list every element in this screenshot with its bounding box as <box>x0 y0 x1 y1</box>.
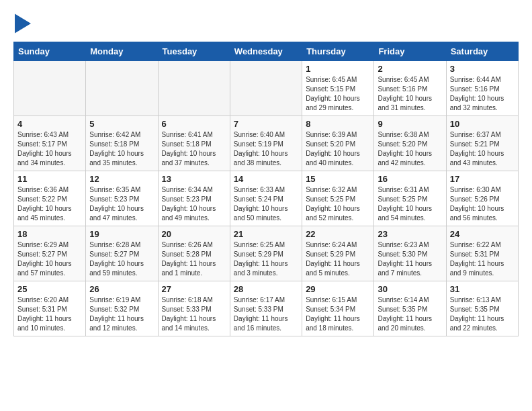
day-info: Sunrise: 6:34 AM Sunset: 5:23 PM Dayligh… <box>162 185 226 223</box>
calendar-cell <box>14 61 86 116</box>
day-number: 9 <box>378 119 442 129</box>
day-number: 26 <box>89 284 154 294</box>
day-info: Sunrise: 6:26 AM Sunset: 5:28 PM Dayligh… <box>162 240 226 278</box>
day-info: Sunrise: 6:33 AM Sunset: 5:24 PM Dayligh… <box>234 185 298 223</box>
calendar-cell: 17Sunrise: 6:30 AM Sunset: 5:26 PM Dayli… <box>446 171 518 226</box>
day-info: Sunrise: 6:36 AM Sunset: 5:22 PM Dayligh… <box>17 185 82 223</box>
day-info: Sunrise: 6:40 AM Sunset: 5:19 PM Dayligh… <box>234 130 298 168</box>
calendar-cell <box>230 61 302 116</box>
day-info: Sunrise: 6:17 AM Sunset: 5:33 PM Dayligh… <box>234 295 298 333</box>
day-info: Sunrise: 6:35 AM Sunset: 5:23 PM Dayligh… <box>89 185 154 223</box>
header <box>13 13 519 36</box>
day-info: Sunrise: 6:19 AM Sunset: 5:32 PM Dayligh… <box>89 295 154 333</box>
day-info: Sunrise: 6:14 AM Sunset: 5:35 PM Dayligh… <box>378 295 442 333</box>
day-number: 8 <box>306 119 370 129</box>
day-info: Sunrise: 6:23 AM Sunset: 5:30 PM Dayligh… <box>378 240 442 278</box>
day-info: Sunrise: 6:30 AM Sunset: 5:26 PM Dayligh… <box>450 185 515 223</box>
calendar-cell: 30Sunrise: 6:14 AM Sunset: 5:35 PM Dayli… <box>374 281 446 336</box>
calendar-cell: 12Sunrise: 6:35 AM Sunset: 5:23 PM Dayli… <box>86 171 158 226</box>
calendar-cell: 16Sunrise: 6:31 AM Sunset: 5:25 PM Dayli… <box>374 171 446 226</box>
day-number: 18 <box>17 229 82 239</box>
calendar-cell: 7Sunrise: 6:40 AM Sunset: 5:19 PM Daylig… <box>230 116 302 171</box>
day-info: Sunrise: 6:45 AM Sunset: 5:16 PM Dayligh… <box>378 75 442 113</box>
day-number: 22 <box>306 229 370 239</box>
svg-marker-0 <box>15 14 31 34</box>
calendar-cell: 24Sunrise: 6:22 AM Sunset: 5:31 PM Dayli… <box>446 226 518 281</box>
day-number: 21 <box>234 229 298 239</box>
calendar-week-row: 18Sunrise: 6:29 AM Sunset: 5:27 PM Dayli… <box>14 226 519 281</box>
calendar-cell: 18Sunrise: 6:29 AM Sunset: 5:27 PM Dayli… <box>14 226 86 281</box>
calendar-cell: 29Sunrise: 6:15 AM Sunset: 5:34 PM Dayli… <box>302 281 374 336</box>
calendar-cell: 5Sunrise: 6:42 AM Sunset: 5:18 PM Daylig… <box>86 116 158 171</box>
day-number: 5 <box>89 119 154 129</box>
calendar-cell: 22Sunrise: 6:24 AM Sunset: 5:29 PM Dayli… <box>302 226 374 281</box>
day-header-wednesday: Wednesday <box>230 42 302 61</box>
day-number: 14 <box>234 174 298 184</box>
day-header-thursday: Thursday <box>302 42 374 61</box>
day-info: Sunrise: 6:38 AM Sunset: 5:20 PM Dayligh… <box>378 130 442 168</box>
calendar-cell: 11Sunrise: 6:36 AM Sunset: 5:22 PM Dayli… <box>14 171 86 226</box>
calendar-week-row: 4Sunrise: 6:43 AM Sunset: 5:17 PM Daylig… <box>14 116 519 171</box>
calendar-cell: 25Sunrise: 6:20 AM Sunset: 5:31 PM Dayli… <box>14 281 86 336</box>
day-number: 15 <box>306 174 370 184</box>
calendar-cell: 31Sunrise: 6:13 AM Sunset: 5:35 PM Dayli… <box>446 281 518 336</box>
day-info: Sunrise: 6:22 AM Sunset: 5:31 PM Dayligh… <box>450 240 515 278</box>
day-header-monday: Monday <box>86 42 158 61</box>
calendar-week-row: 1Sunrise: 6:45 AM Sunset: 5:15 PM Daylig… <box>14 61 519 116</box>
calendar-cell: 21Sunrise: 6:25 AM Sunset: 5:29 PM Dayli… <box>230 226 302 281</box>
day-info: Sunrise: 6:42 AM Sunset: 5:18 PM Dayligh… <box>89 130 154 168</box>
calendar-week-row: 25Sunrise: 6:20 AM Sunset: 5:31 PM Dayli… <box>14 281 519 336</box>
calendar-cell: 28Sunrise: 6:17 AM Sunset: 5:33 PM Dayli… <box>230 281 302 336</box>
day-number: 20 <box>162 229 226 239</box>
day-number: 24 <box>450 229 515 239</box>
calendar-cell: 13Sunrise: 6:34 AM Sunset: 5:23 PM Dayli… <box>158 171 230 226</box>
day-number: 2 <box>378 64 442 74</box>
calendar-cell: 19Sunrise: 6:28 AM Sunset: 5:27 PM Dayli… <box>86 226 158 281</box>
day-number: 25 <box>17 284 82 294</box>
day-info: Sunrise: 6:20 AM Sunset: 5:31 PM Dayligh… <box>17 295 82 333</box>
calendar-table: SundayMondayTuesdayWednesdayThursdayFrid… <box>13 42 519 336</box>
calendar-cell: 23Sunrise: 6:23 AM Sunset: 5:30 PM Dayli… <box>374 226 446 281</box>
day-number: 28 <box>234 284 298 294</box>
day-number: 23 <box>378 229 442 239</box>
day-number: 1 <box>306 64 370 74</box>
calendar-cell: 14Sunrise: 6:33 AM Sunset: 5:24 PM Dayli… <box>230 171 302 226</box>
day-number: 13 <box>162 174 226 184</box>
day-info: Sunrise: 6:39 AM Sunset: 5:20 PM Dayligh… <box>306 130 370 168</box>
day-info: Sunrise: 6:25 AM Sunset: 5:29 PM Dayligh… <box>234 240 298 278</box>
day-number: 29 <box>306 284 370 294</box>
day-number: 16 <box>378 174 442 184</box>
calendar-cell: 26Sunrise: 6:19 AM Sunset: 5:32 PM Dayli… <box>86 281 158 336</box>
calendar-week-row: 11Sunrise: 6:36 AM Sunset: 5:22 PM Dayli… <box>14 171 519 226</box>
day-header-tuesday: Tuesday <box>158 42 230 61</box>
day-number: 30 <box>378 284 442 294</box>
day-number: 19 <box>89 229 154 239</box>
logo <box>13 13 31 36</box>
day-number: 17 <box>450 174 515 184</box>
day-number: 10 <box>450 119 515 129</box>
day-info: Sunrise: 6:24 AM Sunset: 5:29 PM Dayligh… <box>306 240 370 278</box>
calendar-cell <box>86 61 158 116</box>
day-info: Sunrise: 6:32 AM Sunset: 5:25 PM Dayligh… <box>306 185 370 223</box>
day-info: Sunrise: 6:18 AM Sunset: 5:33 PM Dayligh… <box>162 295 226 333</box>
day-number: 3 <box>450 64 515 74</box>
day-info: Sunrise: 6:41 AM Sunset: 5:18 PM Dayligh… <box>162 130 226 168</box>
day-header-friday: Friday <box>374 42 446 61</box>
calendar-header-row: SundayMondayTuesdayWednesdayThursdayFrid… <box>14 42 519 61</box>
day-info: Sunrise: 6:28 AM Sunset: 5:27 PM Dayligh… <box>89 240 154 278</box>
title-section <box>31 13 519 15</box>
day-header-saturday: Saturday <box>446 42 518 61</box>
calendar-cell: 1Sunrise: 6:45 AM Sunset: 5:15 PM Daylig… <box>302 61 374 116</box>
day-info: Sunrise: 6:31 AM Sunset: 5:25 PM Dayligh… <box>378 185 442 223</box>
day-number: 6 <box>162 119 226 129</box>
calendar-cell: 27Sunrise: 6:18 AM Sunset: 5:33 PM Dayli… <box>158 281 230 336</box>
calendar-cell: 15Sunrise: 6:32 AM Sunset: 5:25 PM Dayli… <box>302 171 374 226</box>
day-info: Sunrise: 6:29 AM Sunset: 5:27 PM Dayligh… <box>17 240 82 278</box>
day-number: 31 <box>450 284 515 294</box>
calendar-cell <box>158 61 230 116</box>
calendar-cell: 3Sunrise: 6:44 AM Sunset: 5:16 PM Daylig… <box>446 61 518 116</box>
day-info: Sunrise: 6:43 AM Sunset: 5:17 PM Dayligh… <box>17 130 82 168</box>
day-info: Sunrise: 6:44 AM Sunset: 5:16 PM Dayligh… <box>450 75 515 113</box>
day-number: 4 <box>17 119 82 129</box>
day-number: 27 <box>162 284 226 294</box>
